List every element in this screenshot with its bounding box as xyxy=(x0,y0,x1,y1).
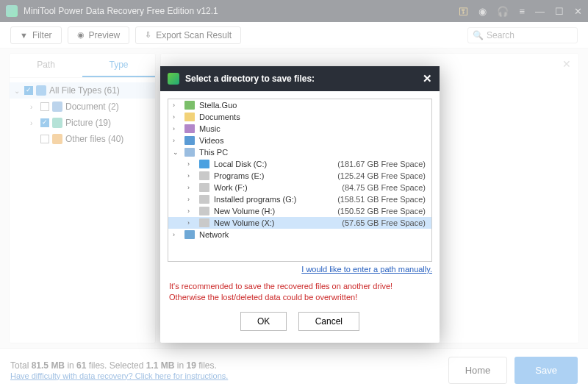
chevron-right-icon: › xyxy=(173,137,180,144)
drive-icon xyxy=(199,171,209,180)
dir-row-selected[interactable]: ›New Volume (X:)(57.65 GB Free Space) xyxy=(168,217,431,229)
windows-icon xyxy=(199,160,209,168)
user-icon xyxy=(184,101,195,110)
directory-tree[interactable]: ›Stella.Guo ›Documents ›Music ›Videos ⌄T… xyxy=(168,99,432,262)
dir-row[interactable]: ›New Volume (H:)(150.52 GB Free Space) xyxy=(168,205,431,217)
chevron-right-icon: › xyxy=(173,101,180,109)
dir-row[interactable]: ›Music xyxy=(168,123,431,135)
manual-path-link[interactable]: I would like to enter a path manually. xyxy=(301,265,432,274)
drive-icon xyxy=(199,207,209,215)
chevron-right-icon: › xyxy=(187,196,195,203)
dir-row[interactable]: ›Local Disk (C:)(181.67 GB Free Space) xyxy=(168,158,431,170)
dir-row[interactable]: ›Documents xyxy=(168,111,431,123)
dir-row[interactable]: ›Network xyxy=(168,229,431,240)
chevron-right-icon: › xyxy=(187,207,195,215)
chevron-right-icon: › xyxy=(173,113,180,121)
drive-icon xyxy=(199,218,209,227)
chevron-right-icon: › xyxy=(173,231,180,238)
dir-row[interactable]: ›Work (F:)(84.75 GB Free Space) xyxy=(168,182,431,193)
network-icon xyxy=(184,230,195,239)
chevron-right-icon: › xyxy=(187,184,195,191)
folder-icon xyxy=(184,113,195,121)
music-icon xyxy=(184,124,195,133)
chevron-right-icon: › xyxy=(187,219,195,227)
drive-icon xyxy=(199,183,209,192)
dialog-logo-icon xyxy=(168,73,179,85)
pc-icon xyxy=(184,148,195,157)
chevron-right-icon: › xyxy=(173,125,180,132)
dialog-close-icon[interactable]: ✕ xyxy=(423,72,432,85)
chevron-right-icon: › xyxy=(187,160,195,168)
dialog-title: Select a directory to save files: xyxy=(185,74,315,84)
dir-row[interactable]: ›Stella.Guo xyxy=(168,99,431,111)
chevron-down-icon: ⌄ xyxy=(173,149,180,156)
dir-row[interactable]: ›Installed programs (G:)(158.51 GB Free … xyxy=(168,193,431,205)
dialog-warning: It's recommended to save the recovered f… xyxy=(168,279,432,312)
chevron-right-icon: › xyxy=(187,172,195,179)
dialog-titlebar: Select a directory to save files: ✕ xyxy=(160,66,440,91)
ok-button[interactable]: OK xyxy=(240,312,287,331)
dir-row[interactable]: ›Videos xyxy=(168,135,431,146)
video-icon xyxy=(184,136,195,145)
cancel-button[interactable]: Cancel xyxy=(298,312,359,331)
drive-icon xyxy=(199,195,209,204)
dir-row[interactable]: ›Programs (E:)(125.24 GB Free Space) xyxy=(168,170,431,182)
dir-this-pc[interactable]: ⌄This PC xyxy=(168,146,431,158)
save-dialog: Select a directory to save files: ✕ ›Ste… xyxy=(160,66,440,343)
